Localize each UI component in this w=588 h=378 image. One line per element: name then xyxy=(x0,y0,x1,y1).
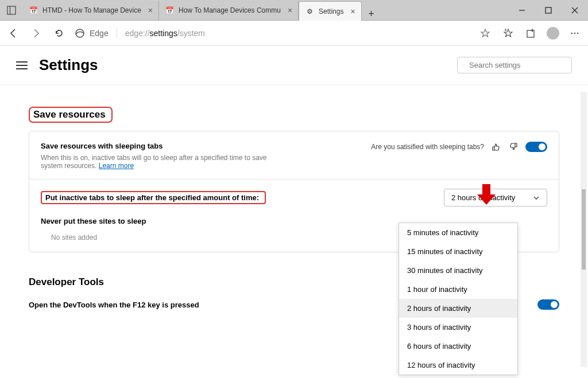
sleeping-tabs-toggle[interactable] xyxy=(525,142,547,152)
profile-avatar[interactable] xyxy=(547,27,559,40)
new-tab-button[interactable]: + xyxy=(362,8,381,20)
scrollbar[interactable] xyxy=(581,92,587,367)
svg-rect-9 xyxy=(527,30,534,37)
close-window-button[interactable] xyxy=(562,0,588,20)
forward-button[interactable] xyxy=(29,26,44,41)
learn-more-link[interactable]: Learn more xyxy=(99,162,134,170)
menu-option-selected[interactable]: 2 hours of inactivity xyxy=(399,299,517,318)
sleep-time-dropdown[interactable]: 2 hours of inactivity xyxy=(444,189,547,206)
back-button[interactable] xyxy=(6,26,21,41)
settings-header: Settings xyxy=(0,46,588,85)
page-title: Settings xyxy=(39,56,447,74)
menu-option[interactable]: 6 hours of inactivity xyxy=(399,337,517,356)
menu-option[interactable]: 1 hour of inactivity xyxy=(399,280,517,299)
feedback-label: Are you satisified with sleeping tabs? xyxy=(371,143,484,151)
menu-option[interactable]: 30 minutes of inactivity xyxy=(399,261,517,280)
annotation-arrow xyxy=(477,184,496,205)
maximize-button[interactable] xyxy=(535,0,562,20)
sleeping-tabs-desc: When this is on, inactive tabs will go t… xyxy=(41,154,288,170)
more-menu-button[interactable] xyxy=(567,26,582,41)
svg-rect-3 xyxy=(546,7,551,13)
brand-label: Edge xyxy=(90,29,109,38)
edge-icon xyxy=(75,28,85,38)
svg-rect-0 xyxy=(7,6,16,14)
close-icon[interactable]: × xyxy=(288,6,292,15)
gear-icon: ⚙ xyxy=(305,7,314,16)
tab-0[interactable]: 📅 HTMD - How To Manage Device × xyxy=(23,1,159,20)
menu-option[interactable]: 3 hours of inactivity xyxy=(399,318,517,337)
search-settings[interactable] xyxy=(457,57,572,73)
close-icon[interactable]: × xyxy=(148,6,153,15)
menu-button[interactable] xyxy=(16,61,29,69)
url-host: settings xyxy=(150,29,177,38)
search-icon xyxy=(463,61,465,69)
menu-option[interactable]: 12 hours of inactivity xyxy=(399,356,517,375)
thumbs-down-icon[interactable] xyxy=(508,142,519,152)
menu-option[interactable]: 15 minutes of inactivity xyxy=(399,242,517,261)
tab-actions-button[interactable] xyxy=(0,0,23,20)
section-save-resources: Save resources xyxy=(29,107,113,123)
titlebar: 📅 HTMD - How To Manage Device × 📅 How To… xyxy=(0,0,588,21)
sleep-time-menu: 5 minutes of inactivity 15 minutes of in… xyxy=(399,223,518,375)
chevron-down-icon xyxy=(533,194,540,201)
address-bar: Edge edge://settings/system xyxy=(0,21,588,46)
svg-point-14 xyxy=(577,32,579,34)
url-scheme: edge:// xyxy=(125,29,150,38)
search-input[interactable] xyxy=(469,61,566,69)
url-path: /system xyxy=(177,29,205,38)
tab-label: HTMD - How To Manage Device xyxy=(42,6,141,14)
devtools-f12-label: Open the DevTools when the F12 key is pr… xyxy=(29,301,199,309)
tab-strip: 📅 HTMD - How To Manage Device × 📅 How To… xyxy=(23,0,509,20)
url-text[interactable]: edge://settings/system xyxy=(125,29,470,38)
sleep-time-label: Put inactive tabs to sleep after the spe… xyxy=(41,191,266,204)
scrollbar-thumb[interactable] xyxy=(582,189,586,270)
svg-point-12 xyxy=(571,32,573,34)
window-controls xyxy=(509,0,588,20)
menu-option[interactable]: 5 minutes of inactivity xyxy=(399,223,517,242)
close-icon[interactable]: × xyxy=(350,7,355,16)
favicon-icon: 📅 xyxy=(29,6,38,15)
favicon-icon: 📅 xyxy=(165,6,174,15)
minimize-button[interactable] xyxy=(509,0,535,20)
favorites-button[interactable] xyxy=(501,26,516,41)
identity-chip[interactable]: Edge xyxy=(75,28,117,38)
tab-settings[interactable]: ⚙ Settings × xyxy=(299,1,362,21)
favorite-star-icon[interactable] xyxy=(478,26,493,41)
svg-point-13 xyxy=(574,32,576,34)
refresh-button[interactable] xyxy=(52,26,67,41)
thumbs-up-icon[interactable] xyxy=(491,142,501,152)
sleeping-tabs-title: Save resources with sleeping tabs xyxy=(41,142,288,150)
svg-point-18 xyxy=(463,65,464,65)
tab-label: How To Manage Devices Commu xyxy=(179,6,281,14)
collections-button[interactable] xyxy=(524,26,539,41)
tab-label: Settings xyxy=(319,7,343,15)
tab-1[interactable]: 📅 How To Manage Devices Commu × xyxy=(159,1,299,20)
devtools-f12-toggle[interactable] xyxy=(537,299,559,310)
